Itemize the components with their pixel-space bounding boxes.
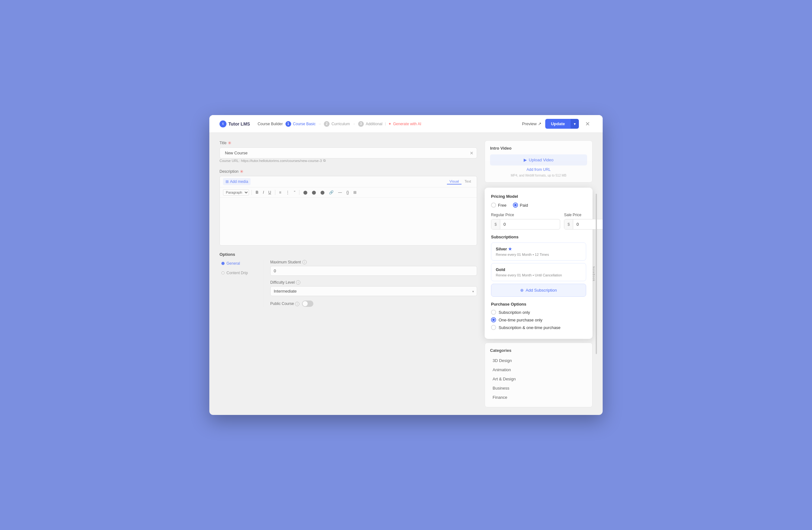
copy-url-icon[interactable]: ⧉ — [323, 159, 326, 163]
upload-video-button[interactable]: ▶ Upload Video — [490, 154, 587, 165]
add-from-url-link[interactable]: Add from URL — [490, 167, 587, 172]
intro-video-section: Intro Video ▶ Upload Video Add from URL … — [485, 141, 593, 182]
course-builder-label: Course Builder — [258, 122, 282, 126]
pricing-paid-option[interactable]: Paid — [513, 203, 528, 208]
step-3-num: 3 — [358, 121, 364, 127]
purchase-one-time-only[interactable]: One-time purchase only — [491, 317, 586, 322]
pricing-model-title: Pricing Model — [491, 194, 586, 199]
pricing-free-radio[interactable] — [491, 203, 496, 208]
categories-title: Categories — [490, 348, 587, 353]
add-media-button[interactable]: ⊞ Add media — [223, 178, 250, 185]
purchase-subscription-only-label: Subscription only — [498, 310, 530, 315]
update-btn-group: Update ▾ — [545, 119, 579, 129]
purchase-options-title: Purchase Options — [491, 302, 586, 307]
purchase-one-time-label: One-time purchase only — [498, 318, 542, 322]
category-business[interactable]: Business — [490, 384, 587, 393]
max-student-input[interactable] — [270, 266, 477, 276]
category-art-design[interactable]: Art & Design — [490, 374, 587, 384]
purchase-both-radio[interactable] — [491, 325, 496, 330]
categories-section: Categories 3D Design Animation Art & Des… — [485, 343, 593, 407]
toolbar-sep-3 — [299, 190, 300, 195]
intro-video-title: Intro Video — [490, 146, 587, 150]
step-1[interactable]: 1 Course Basic — [286, 121, 316, 127]
category-finance[interactable]: Finance — [490, 393, 587, 402]
link-button[interactable]: 🔗 — [328, 190, 335, 195]
max-student-info-icon[interactable]: i — [302, 260, 307, 264]
header-left: t Tutor LMS Course Builder 1 Course Basi… — [219, 120, 421, 128]
purchase-subscription-only[interactable]: Subscription only — [491, 310, 586, 315]
list-ol-button[interactable]: ⋮ — [285, 190, 291, 195]
close-button[interactable]: ✕ — [583, 119, 593, 129]
option-general[interactable]: General — [219, 260, 260, 267]
purchase-both-label: Subscription & one-time purchase — [498, 325, 561, 330]
silver-name: Silver ★ — [496, 247, 581, 251]
upload-video-label: Upload Video — [529, 158, 553, 162]
preview-button[interactable]: Preview ↗ — [522, 121, 541, 126]
list-ul-button[interactable]: ≡ — [278, 190, 282, 195]
code-button[interactable]: {} — [345, 190, 350, 195]
title-input[interactable] — [223, 148, 470, 158]
horizontal-rule-button[interactable]: — — [337, 190, 343, 195]
arrow-1: → — [318, 122, 321, 126]
subscription-silver[interactable]: Silver ★ Renew every 01 Month • 12 Times — [491, 242, 586, 261]
difficulty-info-icon[interactable]: i — [296, 280, 300, 285]
purchase-both[interactable]: Subscription & one-time purchase — [491, 325, 586, 330]
arrow-2: → — [352, 122, 356, 126]
generate-ai-button[interactable]: ✦ Generate with AI — [388, 122, 421, 126]
subscription-gold[interactable]: Gold Renew every 01 Month • Until Cancel… — [491, 263, 586, 281]
option-content-drip[interactable]: Content Drip — [219, 269, 260, 276]
silver-star-icon: ★ — [508, 247, 512, 251]
purchase-one-time-radio[interactable] — [491, 317, 496, 322]
update-dropdown-button[interactable]: ▾ — [571, 119, 579, 129]
paragraph-select[interactable]: Paragraph — [223, 189, 249, 195]
title-clear-icon[interactable]: ✕ — [470, 150, 474, 156]
category-3d-design[interactable]: 3D Design — [490, 356, 587, 365]
generate-label: Generate with AI — [393, 122, 421, 126]
italic-button[interactable]: I — [262, 190, 265, 195]
purchase-subscription-only-radio[interactable] — [491, 310, 496, 315]
table-button[interactable]: ⊞ — [352, 190, 358, 195]
public-course-row: Public Course i — [270, 300, 477, 307]
main-content: Title ✳ ✕ Course URL: https://tutor.hell… — [209, 133, 603, 415]
description-label: Description ✳ — [219, 169, 477, 174]
underline-button[interactable]: U — [267, 190, 273, 195]
public-course-info-icon[interactable]: i — [295, 302, 300, 306]
regular-price-input[interactable] — [500, 219, 560, 229]
max-student-field: Maximum Student i — [270, 260, 477, 276]
bold-button[interactable]: B — [255, 190, 260, 195]
options-title: Options — [219, 252, 477, 257]
course-url: Course URL: https://tutor.hellotutorims.… — [219, 159, 477, 163]
editor-body[interactable] — [220, 198, 477, 245]
sale-price-input[interactable] — [573, 219, 603, 229]
pricing-paid-radio[interactable] — [513, 203, 518, 208]
step-1-num: 1 — [286, 121, 291, 127]
public-course-toggle[interactable] — [302, 300, 314, 307]
upload-icon: ▶ — [524, 158, 527, 162]
pricing-model-options: Free Paid — [491, 203, 586, 208]
step-3[interactable]: 3 Additional — [358, 121, 382, 127]
difficulty-select[interactable]: Beginner Intermediate Expert — [270, 286, 477, 296]
align-left-button[interactable]: ⬤ — [302, 190, 309, 195]
notebook-tab: NoteBook — [592, 266, 595, 281]
update-button[interactable]: Update — [545, 119, 571, 129]
header-right: Preview ↗ Update ▾ ✕ — [522, 119, 593, 129]
blockquote-button[interactable]: " — [293, 190, 296, 195]
regular-price-wrapper: $ — [491, 219, 560, 230]
preview-icon: ↗ — [538, 121, 541, 126]
category-animation[interactable]: Animation — [490, 365, 587, 374]
general-dot — [221, 262, 224, 265]
add-subscription-icon: ⊕ — [520, 288, 524, 293]
editor-toolbar: Paragraph B I U ≡ ⋮ " ⬤ ⬤ ⬤ — [220, 187, 477, 198]
tab-visual[interactable]: Visual — [447, 179, 462, 185]
align-center-button[interactable]: ⬤ — [310, 190, 317, 195]
title-label: Title ✳ — [219, 141, 477, 146]
regular-price-label: Regular Price — [491, 213, 560, 217]
step-2[interactable]: 2 Curriculum — [324, 121, 350, 127]
align-right-button[interactable]: ⬤ — [319, 190, 326, 195]
pricing-free-option[interactable]: Free — [491, 203, 507, 208]
tab-text[interactable]: Text — [462, 179, 474, 185]
add-subscription-button[interactable]: ⊕ Add Subscription — [491, 284, 586, 297]
sale-price-currency: $ — [564, 219, 573, 229]
difficulty-select-wrapper: Beginner Intermediate Expert ▾ — [270, 286, 477, 296]
scrollbar-indicator[interactable] — [596, 194, 597, 354]
